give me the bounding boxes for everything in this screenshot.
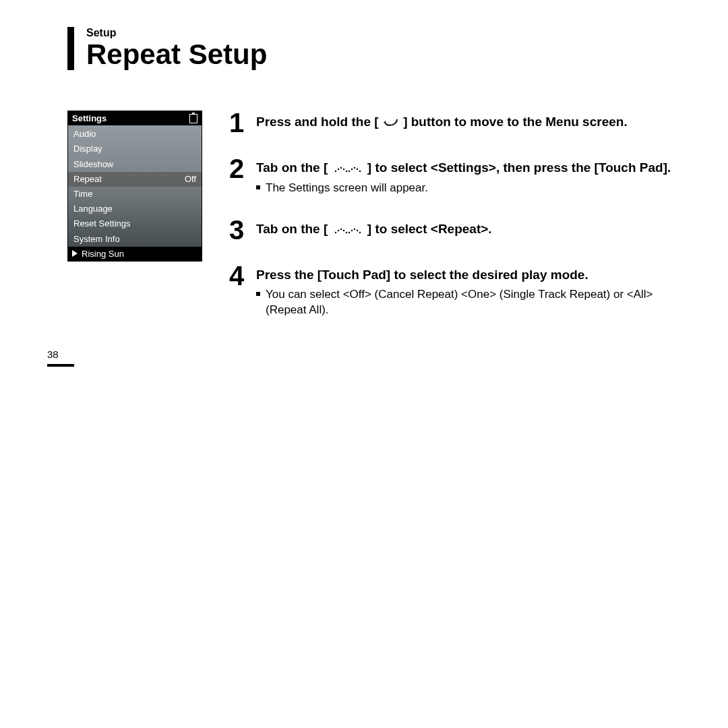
svg-point-4 bbox=[345, 171, 346, 172]
device-menu-item: Slideshow bbox=[68, 157, 202, 172]
svg-point-5 bbox=[348, 171, 349, 172]
svg-point-6 bbox=[351, 169, 352, 170]
svg-point-3 bbox=[342, 169, 344, 170]
svg-point-1 bbox=[337, 169, 338, 170]
bullet-icon bbox=[256, 292, 260, 296]
step-2: 2 Tab on the [ ] to select <Settings>, t… bbox=[229, 156, 681, 196]
step-title: Tab on the [ ] to select <Settings>, the… bbox=[256, 159, 671, 177]
svg-point-14 bbox=[345, 232, 346, 233]
svg-point-8 bbox=[356, 169, 357, 170]
step-number: 4 bbox=[229, 264, 248, 288]
device-menu-item: Time bbox=[68, 187, 202, 202]
device-menu-item: Display bbox=[68, 142, 202, 156]
device-menu-item-selected: Repeat Off bbox=[68, 172, 202, 187]
steps-list: 1 Press and hold the [ ] button to move … bbox=[229, 111, 681, 340]
title-block: Setup Repeat Setup bbox=[67, 27, 681, 70]
svg-point-2 bbox=[340, 167, 341, 169]
page-number: 38 bbox=[47, 348, 59, 360]
page-title: Repeat Setup bbox=[86, 39, 681, 70]
device-menu-item: Language bbox=[68, 202, 202, 216]
step-3: 3 Tab on the [ ] to select <Repeat>. bbox=[229, 218, 681, 242]
step-4: 4 Press the [Touch Pad] to select the de… bbox=[229, 264, 681, 319]
step-title: Tab on the [ ] to select <Repeat>. bbox=[256, 220, 492, 238]
svg-point-18 bbox=[356, 230, 357, 231]
svg-point-19 bbox=[359, 232, 360, 233]
svg-point-17 bbox=[353, 229, 355, 230]
svg-point-0 bbox=[334, 171, 336, 172]
svg-point-15 bbox=[348, 232, 349, 233]
bullet-icon bbox=[256, 185, 260, 189]
device-header-title: Settings bbox=[72, 113, 107, 123]
scroll-dots-icon bbox=[333, 164, 363, 173]
device-menu-item: Audio bbox=[68, 127, 202, 142]
step-number: 1 bbox=[229, 111, 248, 135]
svg-point-16 bbox=[351, 230, 352, 231]
step-sub: You can select <Off> (Cancel Repeat) <On… bbox=[256, 287, 681, 318]
play-icon bbox=[72, 250, 78, 257]
device-header: Settings bbox=[68, 111, 202, 125]
step-title: Press the [Touch Pad] to select the desi… bbox=[256, 266, 681, 284]
device-screenshot: Settings Audio Display Slideshow Repeat bbox=[67, 111, 202, 262]
svg-point-10 bbox=[334, 232, 336, 233]
step-number: 3 bbox=[229, 218, 248, 242]
svg-point-9 bbox=[359, 171, 360, 172]
device-menu-list: Audio Display Slideshow Repeat Off Time bbox=[68, 125, 202, 247]
section-label: Setup bbox=[86, 27, 681, 39]
step-sub: The Settings screen will appear. bbox=[256, 181, 671, 196]
footer-rule bbox=[47, 364, 74, 367]
svg-point-7 bbox=[353, 167, 355, 169]
step-1: 1 Press and hold the [ ] button to move … bbox=[229, 111, 681, 135]
svg-point-11 bbox=[337, 230, 338, 231]
device-footer: Rising Sun bbox=[68, 247, 202, 261]
battery-icon bbox=[189, 114, 198, 123]
now-playing-label: Rising Sun bbox=[82, 249, 124, 259]
device-menu-item: Reset Settings bbox=[68, 216, 202, 231]
scroll-dots-icon bbox=[333, 226, 363, 234]
svg-point-12 bbox=[340, 229, 341, 230]
step-title: Press and hold the [ ] button to move to… bbox=[256, 113, 628, 131]
device-menu-item: System Info bbox=[68, 232, 202, 247]
step-number: 2 bbox=[229, 156, 248, 181]
return-arrow-icon bbox=[384, 118, 398, 127]
svg-point-13 bbox=[342, 230, 344, 231]
